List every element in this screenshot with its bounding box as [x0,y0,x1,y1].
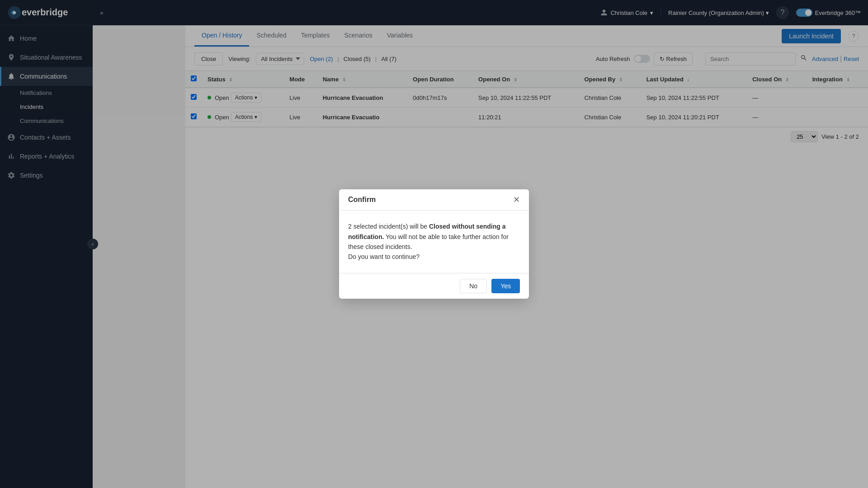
modal-overlay: Confirm ✕ 2 selected incident(s) will be… [0,0,868,488]
modal-body: 2 selected incident(s) will be Closed wi… [339,211,529,273]
modal-close-btn[interactable]: ✕ [513,196,520,204]
modal-footer: No Yes [339,273,529,299]
modal-no-btn[interactable]: No [460,279,487,293]
modal-title: Confirm [348,196,376,204]
modal-body-text: 2 selected incident(s) will be Closed wi… [348,221,520,262]
confirm-modal: Confirm ✕ 2 selected incident(s) will be… [339,189,529,299]
modal-yes-btn[interactable]: Yes [491,279,520,293]
modal-header: Confirm ✕ [339,189,529,211]
